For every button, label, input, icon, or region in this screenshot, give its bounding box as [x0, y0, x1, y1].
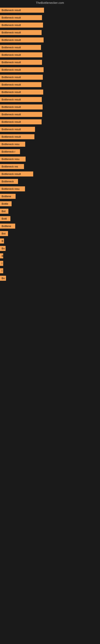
bottleneck-bar: Bottleneck result [0, 30, 42, 35]
bottleneck-bar: I [0, 261, 3, 266]
bottleneck-bar: Bottleneck resu [0, 156, 26, 162]
bottleneck-bar: Bottleneck r [0, 149, 20, 154]
bottleneck-bar: Bottleneck result [0, 119, 42, 124]
bars-container: Bottleneck resultBottleneck resultBottle… [0, 5, 100, 282]
bar-row: Bottleneck result [0, 59, 100, 66]
bar-row: Bottlene [0, 223, 100, 230]
bar-row: Bottleneck result [0, 134, 100, 141]
bottleneck-bar: Bottleneck result [0, 75, 43, 80]
bottleneck-bar: Bottleneck res [0, 164, 24, 169]
bar-row: I [0, 268, 100, 275]
bar-row: Bottleneck result [0, 96, 100, 104]
bottleneck-bar: Bottleneck result [0, 67, 44, 72]
bottleneck-bar: Bottl [0, 216, 10, 221]
bar-row: Bottleneck result [0, 7, 100, 14]
bottleneck-bar: Bottleneck result [0, 38, 44, 42]
bar-row: Bottl [0, 215, 100, 223]
bar-row: I [0, 260, 100, 268]
bottleneck-bar: Bottleneck result [0, 97, 42, 102]
bar-row: Bottle [0, 200, 100, 208]
bar-row: Bottlene [0, 193, 100, 200]
bar-row: Bottleneck result [0, 81, 100, 89]
bar-row: Bottleneck [0, 178, 100, 186]
bar-row: Bottleneck res [0, 163, 100, 171]
bar-row: Bottleneck result [0, 66, 100, 74]
bar-row: Bo [0, 275, 100, 282]
bottleneck-bar: Bottleneck result [0, 82, 41, 87]
bar-row: Bot [0, 208, 100, 215]
bottleneck-bar: Bottleneck result [0, 52, 42, 57]
bar-row: Bottleneck resu [0, 141, 100, 148]
bottleneck-bar: Bot [0, 231, 8, 236]
bar-row: Bottleneck result [0, 118, 100, 126]
bottleneck-bar: Bottleneck result [0, 45, 41, 50]
bar-row: Bot [0, 230, 100, 238]
bar-row: Bottleneck resu [0, 186, 100, 193]
site-title: TheBottlenecker.com [0, 0, 100, 5]
bar-row: B [0, 238, 100, 245]
bottleneck-bar: Bo [0, 246, 6, 251]
bar-row: Bottleneck result [0, 111, 100, 118]
bottleneck-bar: I [0, 268, 3, 273]
bar-row: Bottleneck result [0, 126, 100, 134]
bottleneck-bar: Bottlene [0, 194, 16, 199]
bottleneck-bar: Bottleneck result [0, 127, 35, 132]
bar-row: Bottleneck result [0, 52, 100, 59]
bar-row: Bottleneck r [0, 148, 100, 156]
bar-row: Bottleneck result [0, 74, 100, 81]
bottleneck-bar: Bottleneck result [0, 134, 34, 139]
bottleneck-bar: Bottleneck result [0, 112, 42, 117]
bar-row: B [0, 252, 100, 260]
bottleneck-bar: Bottleneck resu [0, 186, 25, 192]
bottleneck-bar: Bot [0, 209, 8, 214]
bottleneck-bar: Bottleneck resu [0, 142, 25, 147]
bar-row: Bottleneck result [0, 29, 100, 37]
bottleneck-bar: Bottleneck result [0, 104, 43, 110]
bar-row: Bo [0, 245, 100, 252]
bar-row: Bottleneck result [0, 37, 100, 44]
bottleneck-bar: Bottleneck result [0, 60, 42, 65]
bottleneck-bar: Bottle [0, 201, 12, 206]
bar-row: Bottleneck result [0, 44, 100, 52]
bottleneck-bar: Bottleneck result [0, 22, 43, 28]
bar-row: Bottleneck result [0, 14, 100, 22]
bar-row: Bottleneck result [0, 22, 100, 29]
bottleneck-bar: Bo [0, 276, 6, 281]
bottleneck-bar: Bottleneck result [0, 172, 33, 176]
bottleneck-bar: Bottleneck [0, 179, 18, 184]
bottleneck-bar: Bottleneck result [0, 8, 44, 13]
bottleneck-bar: B [0, 253, 3, 258]
bottleneck-bar: Bottleneck result [0, 15, 42, 20]
bar-row: Bottleneck result [0, 104, 100, 111]
bar-row: Bottleneck result [0, 171, 100, 178]
bottleneck-bar: B [0, 238, 4, 244]
bar-row: Bottleneck result [0, 89, 100, 96]
bar-row: Bottleneck resu [0, 156, 100, 163]
bottleneck-bar: Bottlene [0, 224, 15, 228]
bottleneck-bar: Bottleneck result [0, 90, 43, 94]
